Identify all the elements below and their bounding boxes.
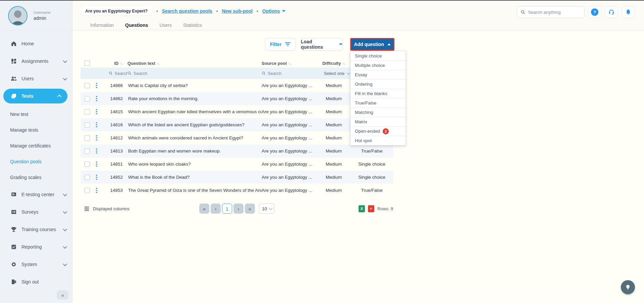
row-menu-button[interactable] bbox=[94, 148, 99, 154]
hint-fab-button[interactable] bbox=[621, 280, 635, 294]
support-button[interactable] bbox=[605, 6, 618, 18]
next-page-button[interactable]: › bbox=[233, 204, 244, 214]
global-search-input[interactable] bbox=[528, 10, 581, 15]
row-checkbox[interactable] bbox=[85, 96, 90, 101]
add-question-menu: Single choice Multiple choice Essay Orde… bbox=[350, 51, 406, 145]
sidebar-item-surveys[interactable]: Surveys bbox=[0, 205, 72, 219]
row-checkbox[interactable] bbox=[85, 188, 90, 193]
question-search-field[interactable] bbox=[127, 71, 262, 76]
row-menu-button[interactable] bbox=[94, 83, 99, 88]
menu-item-multiple-choice[interactable]: Multiple choice bbox=[351, 60, 406, 70]
filter-button[interactable]: Filter bbox=[265, 38, 296, 51]
page-size-select[interactable]: 10 bbox=[259, 204, 274, 214]
sidebar-item-system[interactable]: System bbox=[0, 257, 72, 272]
row-checkbox[interactable] bbox=[85, 122, 90, 128]
menu-item-fill-in-the-blanks[interactable]: Fill in the blanks bbox=[351, 89, 406, 98]
search-question-pools-link[interactable]: Search question pools bbox=[162, 8, 212, 14]
source-pool-search-input[interactable] bbox=[268, 71, 307, 76]
menu-item-ordering[interactable]: Ordering bbox=[351, 79, 406, 89]
cell-type: True/False bbox=[351, 188, 393, 193]
sidebar-collapse-button[interactable]: « bbox=[57, 290, 69, 300]
row-menu-button[interactable] bbox=[94, 122, 99, 128]
column-header-difficulty[interactable]: Difficulty↑↓ bbox=[317, 61, 351, 66]
sidebar-item-manage-tests[interactable]: Manage tests bbox=[0, 122, 72, 138]
last-page-button[interactable]: » bbox=[245, 204, 255, 214]
new-sub-pool-link[interactable]: New sub-pool bbox=[222, 8, 253, 14]
menu-item-true-false[interactable]: True/False bbox=[351, 98, 406, 107]
table-row: 14815 Which ancient Egyptian ruler kille… bbox=[80, 105, 393, 118]
gear-icon bbox=[11, 261, 17, 267]
cell-id: 14852 bbox=[104, 175, 127, 180]
row-menu-button[interactable] bbox=[94, 162, 99, 167]
row-checkbox[interactable] bbox=[85, 175, 90, 180]
sidebar-item-label: New test bbox=[10, 112, 28, 117]
menu-item-essay[interactable]: Essay bbox=[351, 70, 406, 79]
first-page-button[interactable]: « bbox=[199, 204, 209, 214]
avatar[interactable] bbox=[8, 6, 28, 26]
previous-page-button[interactable]: ‹ bbox=[211, 204, 221, 214]
source-pool-search-field[interactable] bbox=[262, 71, 317, 76]
row-menu-button[interactable] bbox=[94, 175, 99, 180]
tab-information[interactable]: Information bbox=[85, 21, 119, 31]
sidebar-item-sign-out[interactable]: Sign out bbox=[0, 274, 72, 289]
table-footer: Displayed columns « ‹ 1 › » 10 X P Rows:… bbox=[80, 202, 393, 215]
row-checkbox[interactable] bbox=[85, 83, 90, 88]
row-menu-button[interactable] bbox=[94, 109, 99, 115]
menu-item-single-choice[interactable]: Single choice bbox=[351, 51, 406, 60]
row-checkbox[interactable] bbox=[85, 148, 90, 154]
difficulty-filter-select[interactable]: Select one bbox=[317, 71, 351, 76]
excel-export-icon[interactable]: X bbox=[359, 205, 365, 212]
sidebar-item-tests[interactable]: Tests bbox=[3, 89, 67, 103]
cell-id: 14862 bbox=[104, 96, 127, 101]
tab-users[interactable]: Users bbox=[154, 21, 178, 31]
options-link[interactable]: Options bbox=[262, 8, 280, 14]
tab-questions[interactable]: Questions bbox=[119, 21, 154, 31]
row-checkbox[interactable] bbox=[85, 135, 90, 141]
home-icon bbox=[11, 41, 17, 47]
monitor-icon bbox=[11, 191, 17, 198]
menu-item-hot-spot[interactable]: Hot spot bbox=[351, 136, 406, 145]
column-header-id[interactable]: ID↑↓ bbox=[104, 61, 127, 66]
column-header-question-text[interactable]: Question text↑↓ bbox=[127, 61, 262, 66]
pdf-export-icon[interactable]: P bbox=[368, 205, 374, 212]
add-question-button[interactable]: Add question bbox=[350, 38, 394, 51]
menu-item-open-ended[interactable]: Open-ended 2 bbox=[351, 126, 406, 136]
select-all-checkbox[interactable] bbox=[85, 60, 90, 66]
help-button[interactable]: ? bbox=[588, 6, 601, 18]
displayed-columns-button[interactable]: Displayed columns bbox=[85, 206, 129, 211]
row-menu-button[interactable] bbox=[94, 96, 99, 101]
sidebar-item-new-test[interactable]: New test bbox=[0, 106, 72, 122]
load-questions-button[interactable]: Load questions bbox=[301, 38, 343, 51]
row-checkbox[interactable] bbox=[85, 109, 90, 115]
sort-icon[interactable]: ↑↓ bbox=[342, 61, 345, 66]
sort-icon[interactable]: ↑↓ bbox=[120, 61, 123, 66]
menu-item-matrix[interactable]: Matrix bbox=[351, 117, 406, 126]
notifications-button[interactable] bbox=[622, 6, 635, 18]
row-menu-button[interactable] bbox=[94, 188, 99, 193]
sidebar-item-users[interactable]: Users bbox=[0, 71, 72, 86]
sort-icon[interactable]: ↑↓ bbox=[157, 61, 160, 66]
profile-block[interactable]: Username admin bbox=[0, 1, 72, 31]
cell-source-pool: Are you an Egyptology ... bbox=[262, 96, 317, 101]
sidebar-item-question-pools[interactable]: Question pools bbox=[0, 154, 72, 169]
sidebar-item-manage-certificates[interactable]: Manage certificates bbox=[0, 138, 72, 154]
sidebar-item-home[interactable]: Home bbox=[0, 36, 72, 51]
sort-icon[interactable]: ↑↓ bbox=[288, 61, 291, 66]
tab-statistics[interactable]: Statistics bbox=[177, 21, 208, 31]
columns-icon bbox=[85, 207, 90, 211]
sidebar-item-reporting[interactable]: Reporting bbox=[0, 240, 72, 254]
sidebar-item-etesting-center[interactable]: E-testing center bbox=[0, 187, 72, 202]
id-search-input[interactable] bbox=[115, 71, 127, 76]
id-search-field[interactable] bbox=[104, 71, 127, 76]
row-checkbox[interactable] bbox=[85, 162, 90, 167]
report-check-icon bbox=[11, 244, 17, 250]
sidebar-item-assignments[interactable]: Assignments bbox=[0, 54, 72, 69]
column-header-source-pool[interactable]: Source pool↑↓ bbox=[262, 61, 317, 66]
current-page-button[interactable]: 1 bbox=[222, 204, 232, 214]
row-menu-button[interactable] bbox=[94, 135, 99, 141]
add-question-label: Add question bbox=[354, 42, 384, 47]
sidebar-item-training-courses[interactable]: Training courses bbox=[0, 222, 72, 237]
question-search-input[interactable] bbox=[133, 71, 227, 76]
sidebar-item-grading-scales[interactable]: Grading scales bbox=[0, 169, 72, 185]
menu-item-matching[interactable]: Matching bbox=[351, 107, 406, 117]
